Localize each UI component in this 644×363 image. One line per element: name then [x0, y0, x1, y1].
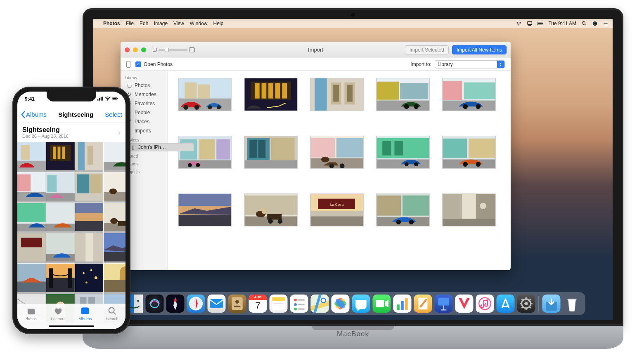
thumbnail-size-slider[interactable] — [153, 47, 195, 52]
photo-thumbnail[interactable] — [17, 172, 46, 203]
dock-numbers-icon[interactable] — [393, 295, 412, 313]
dock-launchpad-icon[interactable] — [166, 295, 185, 313]
siri-icon[interactable] — [592, 21, 598, 26]
dock-downloads-icon[interactable] — [542, 295, 561, 313]
dock-appstore-icon[interactable] — [497, 295, 515, 313]
dock-news-icon[interactable] — [455, 295, 474, 313]
chevron-left-icon — [21, 111, 25, 118]
dock-mail-icon[interactable] — [208, 295, 226, 313]
zoom-button[interactable] — [141, 47, 146, 52]
battery-icon[interactable] — [537, 21, 543, 26]
tab-photos[interactable]: Photos — [24, 306, 37, 321]
menu-file[interactable]: File — [126, 21, 134, 26]
svg-rect-169 — [75, 203, 104, 213]
svg-rect-149 — [87, 146, 93, 165]
photo-thumbnail[interactable] — [75, 172, 104, 203]
dock-pages-icon[interactable] — [414, 295, 432, 313]
photo-thumbnail[interactable] — [75, 142, 104, 172]
notification-center-icon[interactable] — [603, 21, 608, 26]
dock-contacts-icon[interactable] — [228, 295, 246, 313]
menu-image[interactable]: Image — [154, 21, 168, 26]
import-thumbnail[interactable] — [442, 136, 496, 169]
import-thumbnail[interactable] — [376, 136, 430, 169]
import-thumbnail[interactable]: La Cosa — [310, 193, 364, 226]
back-button[interactable]: Albums — [21, 111, 47, 118]
svg-point-45 — [188, 163, 192, 167]
dock-music-icon[interactable] — [476, 295, 494, 313]
photo-thumbnail[interactable] — [17, 203, 46, 233]
import-thumbnail[interactable] — [244, 193, 298, 226]
photo-thumbnail[interactable] — [46, 264, 75, 294]
dock-siri-icon[interactable] — [146, 295, 164, 313]
import-thumbnail[interactable] — [310, 136, 364, 169]
sidebar-item-device[interactable]: ▯John's iPh… — [124, 143, 194, 151]
svg-rect-196 — [104, 280, 125, 292]
svg-rect-111 — [272, 297, 285, 301]
wifi-icon[interactable] — [516, 21, 522, 26]
menu-app[interactable]: Photos — [103, 21, 120, 26]
menu-view[interactable]: View — [173, 21, 184, 26]
photo-thumbnail[interactable] — [46, 172, 75, 203]
photo-thumbnail[interactable] — [17, 142, 46, 172]
photo-thumbnail[interactable] — [75, 233, 104, 263]
album-header[interactable]: Sightseeing Dec 26 – Aug 25, 2016 › — [17, 123, 125, 142]
svg-rect-23 — [315, 78, 327, 111]
dock-safari-icon[interactable] — [187, 295, 205, 313]
dock-trash-icon[interactable] — [563, 295, 581, 313]
svg-point-13 — [208, 105, 212, 109]
import-thumbnail[interactable] — [178, 78, 232, 111]
menu-edit[interactable]: Edit — [140, 21, 148, 26]
svg-rect-166 — [17, 203, 46, 222]
photo-thumbnail[interactable] — [17, 264, 46, 294]
dock-settings-icon[interactable] — [517, 295, 535, 313]
import-all-button[interactable]: Import All New Items — [452, 45, 507, 54]
tab-albums[interactable]: Albums — [79, 306, 92, 321]
photo-thumbnail[interactable] — [104, 233, 125, 263]
home-indicator[interactable] — [49, 325, 94, 327]
photo-thumbnail[interactable] — [46, 233, 75, 263]
svg-point-94 — [409, 219, 414, 224]
dock-maps-icon[interactable] — [311, 295, 329, 313]
airplay-icon[interactable] — [527, 21, 533, 26]
menu-window[interactable]: Window — [190, 21, 208, 26]
photo-thumbnail[interactable] — [17, 233, 46, 263]
dock-keynote-icon[interactable] — [435, 295, 453, 313]
svg-rect-56 — [336, 138, 363, 158]
import-thumbnail[interactable] — [178, 193, 232, 226]
import-thumbnail[interactable] — [178, 136, 232, 169]
photo-thumbnail[interactable] — [104, 203, 125, 233]
import-thumbnail[interactable] — [442, 193, 496, 226]
import-thumbnail[interactable] — [376, 193, 430, 226]
dock-notes-icon[interactable] — [270, 295, 288, 313]
import-thumbnail[interactable] — [376, 78, 430, 111]
photo-thumbnail[interactable] — [75, 203, 104, 233]
menu-help[interactable]: Help — [213, 21, 224, 26]
photo-thumbnail[interactable] — [104, 172, 125, 203]
import-thumbnail[interactable] — [244, 136, 298, 169]
tab-for-you[interactable]: For You — [51, 306, 64, 321]
close-button[interactable] — [125, 47, 130, 52]
dock-reminders-icon[interactable] — [290, 295, 308, 313]
tab-search[interactable]: Search — [106, 306, 118, 321]
open-photos-label: Open Photos — [144, 61, 173, 67]
menubar-clock[interactable]: Tue 9:41 AM — [548, 21, 576, 26]
open-photos-checkbox[interactable] — [135, 61, 141, 67]
photo-thumbnail[interactable] — [46, 203, 75, 233]
photo-thumbnail[interactable] — [75, 264, 104, 294]
select-button[interactable]: Select — [105, 111, 122, 118]
import-thumbnail[interactable] — [244, 78, 298, 111]
minimize-button[interactable] — [133, 47, 138, 52]
dock-messages-icon[interactable] — [352, 295, 370, 313]
import-to-select[interactable]: Library ▲▼ — [435, 60, 505, 68]
dock-photos-icon[interactable] — [331, 295, 350, 313]
import-thumbnail[interactable] — [310, 78, 364, 111]
tab-bar: Photos For You Albums Search — [17, 304, 125, 329]
photo-thumbnail[interactable] — [104, 142, 125, 172]
import-selected-button[interactable]: Import Selected — [405, 45, 449, 54]
dock-facetime-icon[interactable] — [373, 295, 391, 313]
photo-thumbnail[interactable] — [46, 142, 75, 172]
photo-thumbnail[interactable] — [104, 264, 125, 294]
spotlight-icon[interactable] — [581, 21, 587, 26]
dock-calendar-icon[interactable]: AUG 7 — [249, 295, 267, 313]
import-thumbnail[interactable] — [442, 78, 496, 111]
